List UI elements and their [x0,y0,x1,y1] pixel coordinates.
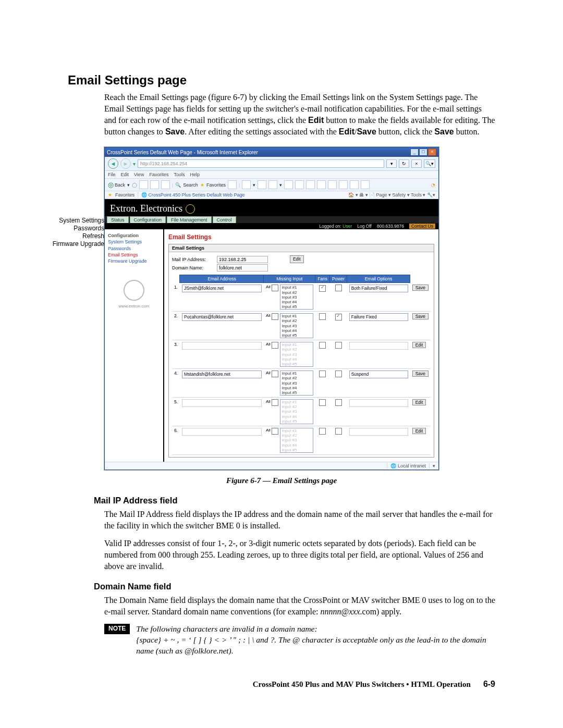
intro-paragraph: Reach the Email Settings page (figure 6-… [104,92,495,138]
missing-input-list[interactable]: Input #1Input #2Input #3Input #4Input #5 [280,342,313,367]
back-icon[interactable]: ◄ [108,158,118,169]
close-icon[interactable]: × [428,149,436,156]
toolbar[interactable]: ◎Back▾ ◯ | 🔍Search ★Favorites | ▾ ▾ ◔ [105,179,438,191]
fans-checkbox[interactable] [319,313,326,320]
address-bar[interactable]: http://192.168.254.254 [138,159,384,168]
fans-checkbox[interactable] [319,285,326,292]
power-checkbox[interactable] [335,285,342,291]
tab-configuration[interactable]: Configuration [130,216,166,223]
home-icon[interactable] [161,180,170,189]
row-number: 3. [172,340,180,369]
domain-name-field[interactable]: folklore.net [217,264,268,272]
note-line2: {space} + ~ , = ‘ [ ] { } < > ’ " ; : | … [136,635,495,657]
save-button[interactable]: Save [412,371,429,377]
stop-icon[interactable]: × [411,159,422,168]
brand-logo: Extron. Electronics [110,203,182,214]
nav-row: ◄ ► ▾ http://192.168.254.254 ▾ ↻ × 🔍▾ [105,157,438,171]
all-checkbox[interactable] [272,371,278,377]
dropdown-icon[interactable]: ▾ [133,161,136,167]
all-checkbox[interactable] [272,313,278,320]
edit-button[interactable]: Edit [412,342,426,348]
minimize-icon[interactable]: _ [410,149,419,156]
tab-status[interactable]: Status [107,216,129,223]
email-options-select[interactable]: Both Failure/Fixed [349,285,408,292]
fans-checkbox[interactable] [319,371,326,377]
favorites-bar[interactable]: ★ Favorites 🌐 CrossPoint 450 Plus Series… [105,191,438,199]
page-footer: CrossPoint 450 Plus and MAV Plus Switche… [68,680,495,689]
all-checkbox[interactable] [272,428,278,435]
logoff-link[interactable]: Log Off [357,224,372,229]
missing-input-list[interactable]: Input #1Input #2Input #3Input #4Input #5 [280,313,313,338]
email-input[interactable] [182,399,262,407]
section-heading: Email Settings page [68,73,495,88]
save-button[interactable]: Save [412,313,429,319]
stop-icon[interactable] [139,180,148,189]
sidebar-item-email-settings[interactable]: Email Settings [108,252,160,258]
fans-checkbox[interactable] [319,342,326,349]
fans-checkbox[interactable] [319,428,326,435]
missing-input-list[interactable]: Input #1Input #2Input #3Input #4Input #5 [280,428,313,453]
email-input[interactable]: JSmith@folklore.net [182,285,262,292]
domain-name-label: Domain Name: [172,265,214,270]
missing-input-list[interactable]: Input #1Input #2Input #3Input #4Input #5 [280,399,313,424]
mail-ip-label: Mail IP Address: [172,257,214,262]
row-number: 2. [172,312,180,340]
app-tabs[interactable]: Status Configuration File Management Con… [105,216,438,223]
page-tools[interactable]: 🏠 ▾ 🖶 ▾ 📄 Page ▾ Safety ▾ Tools ▾ 🔧▾ [348,192,435,198]
menu-bar[interactable]: FileEditViewFavoritesToolsHelp [105,171,438,179]
fans-checkbox[interactable] [319,399,326,406]
window-controls[interactable]: _□× [410,149,436,156]
email-options-select[interactable] [349,342,408,350]
email-table: Email Address Missing Input Fans Power E… [172,275,431,455]
forward-icon[interactable]: ► [120,158,131,169]
app-header: Extron. Electronics [105,199,438,216]
sidebar-item-firmware-upgrade[interactable]: Firmware Upgrade [108,258,160,264]
tab-control[interactable]: Control [213,216,236,223]
note-badge: NOTE [104,624,130,634]
refresh-icon[interactable]: ↻ [399,159,409,168]
save-button[interactable]: Save [412,285,429,291]
sidebar-item-system-settings[interactable]: System Settings [108,239,160,245]
power-checkbox[interactable] [335,371,342,377]
settings-panel: Email Settings Mail IP Address: 192.168.… [168,244,434,458]
email-options-select[interactable] [349,428,408,436]
all-checkbox[interactable] [272,342,278,349]
email-options-select[interactable]: Failure Fixed [349,313,408,321]
power-checkbox[interactable] [335,314,342,320]
row-number: 5. [172,398,180,426]
star-icon[interactable]: ★ [108,192,112,198]
power-checkbox[interactable] [335,342,342,349]
edit-button[interactable]: Edit [412,399,426,405]
power-checkbox[interactable] [335,399,342,406]
back-button[interactable]: Back [115,182,125,188]
window-title: CrossPoint Series Default Web Page - Mic… [107,150,258,155]
mail-ip-field[interactable]: 192.168.2.25 [217,256,268,263]
go-button[interactable]: ▾ [386,159,397,168]
main-panel: Email Settings Email Settings Mail IP Ad… [164,229,438,462]
window-titlebar: CrossPoint Series Default Web Page - Mic… [105,147,438,157]
email-input[interactable]: Pocahontas@folklore.net [182,313,262,321]
tab-file-management[interactable]: File Management [167,216,212,223]
favorite-link[interactable]: 🌐 CrossPoint 450 Plus Series Default Web… [138,192,244,198]
email-input[interactable]: Mstandish@folklore.net [182,371,262,378]
email-options-select[interactable] [349,399,408,407]
search-button[interactable]: Search [183,182,198,188]
all-checkbox[interactable] [272,399,278,406]
favorites-button[interactable]: Favorites [206,182,226,188]
edit-button[interactable]: Edit [412,428,426,434]
sidebar-item-passwords[interactable]: Passwords [108,245,160,252]
maximize-icon[interactable]: □ [419,149,427,156]
contact-us-link[interactable]: Contact Us [409,224,435,229]
email-input[interactable] [182,342,262,350]
edit-button[interactable]: Edit [290,255,304,263]
search-icon[interactable]: 🔍▾ [424,159,435,168]
figure-callouts: System Settings Passwords Refresh Firmwa… [31,217,104,248]
power-checkbox[interactable] [335,428,342,435]
missing-input-list[interactable]: Input #1Input #2Input #3Input #4Input #5 [280,285,313,310]
email-input[interactable] [182,428,262,436]
email-options-select[interactable]: Suspend [349,371,408,378]
page-number: 6-9 [483,680,495,689]
refresh-icon[interactable] [150,180,159,189]
missing-input-list[interactable]: Input #1Input #2Input #3Input #4Input #5 [280,371,313,396]
all-checkbox[interactable] [272,285,278,291]
